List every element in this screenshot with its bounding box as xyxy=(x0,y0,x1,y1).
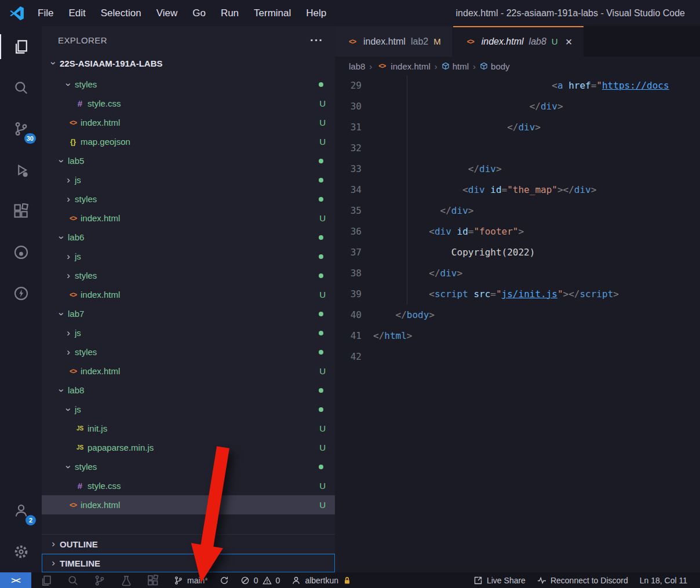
account-item[interactable]: albertkun xyxy=(286,572,358,588)
code-line-37[interactable]: 37 Copyright(2022) xyxy=(335,242,700,263)
discord-reconnect-item[interactable]: Reconnect to Discord xyxy=(531,572,634,588)
remote-indicator[interactable]: >< xyxy=(0,572,31,588)
cursor-position-item[interactable]: Ln 18, Col 11 xyxy=(634,572,693,588)
tree-item-js[interactable]: ›js xyxy=(42,400,335,419)
tree-item-index.html[interactable]: <>index.htmlU xyxy=(42,495,335,514)
code-line-29[interactable]: 29 <a href="https://docs xyxy=(335,75,700,96)
tree-item-map.geojson[interactable]: {}map.geojsonU xyxy=(42,132,335,151)
tree-item-index.html[interactable]: <>index.htmlU xyxy=(42,113,335,132)
problems-item[interactable]: 0 0 xyxy=(235,572,286,588)
tree-item-index.html[interactable]: <>index.htmlU xyxy=(42,285,335,304)
git-branch-icon xyxy=(174,576,183,585)
symbol-cube-icon xyxy=(442,62,450,70)
tree-item-label: style.css xyxy=(88,481,121,491)
tree-item-js[interactable]: ›js xyxy=(42,247,335,266)
explorer-icon[interactable] xyxy=(0,26,42,67)
code-line-36[interactable]: 36 <div id="footer"> xyxy=(335,221,700,242)
code-line-41[interactable]: 41</html> xyxy=(335,326,700,346)
accounts-icon[interactable]: 2 xyxy=(0,490,42,531)
git-changes-dot xyxy=(319,254,323,259)
workspace-section-header[interactable]: › 22S-ASIAAM-191A-LABS xyxy=(42,54,335,72)
source-control-icon[interactable]: 30 xyxy=(0,108,42,149)
run-debug-icon[interactable] xyxy=(0,149,42,191)
tree-item-style.css[interactable]: #style.cssU xyxy=(42,476,335,495)
more-actions-icon[interactable]: ··· xyxy=(310,34,323,47)
settings-gear-icon[interactable] xyxy=(0,531,42,572)
github-icon[interactable] xyxy=(0,232,42,273)
code-line-35[interactable]: 35 </div> xyxy=(335,200,700,221)
code-line-31[interactable]: 31 </div> xyxy=(335,117,700,138)
tree-item-label: js xyxy=(75,328,81,338)
tree-item-styles[interactable]: ›styles xyxy=(42,266,335,285)
line-number: 29 xyxy=(335,75,362,96)
code-line-32[interactable]: 32 xyxy=(335,138,700,159)
sync-button[interactable] xyxy=(214,572,235,588)
code-line-39[interactable]: 39 <script src="js/init.js"></script> xyxy=(335,284,700,305)
line-number: 30 xyxy=(335,96,362,117)
chevron-right-icon: › xyxy=(64,270,73,282)
tree-item-init.js[interactable]: JSinit.jsU xyxy=(42,419,335,438)
editor-group: <> index.html lab2 M <> index.html lab8 … xyxy=(335,26,700,572)
tree-item-js[interactable]: ›js xyxy=(42,170,335,189)
close-icon[interactable]: × xyxy=(566,36,573,48)
breadcrumb-folder[interactable]: lab8 xyxy=(349,61,365,71)
live-share-item[interactable]: Live Share xyxy=(468,572,531,588)
live-share-icon xyxy=(473,576,483,585)
tree-item-styles[interactable]: ›styles xyxy=(42,342,335,361)
menu-terminal[interactable]: Terminal xyxy=(246,0,298,26)
tree-item-lab8[interactable]: ›lab8 xyxy=(42,381,335,400)
code-text: <a href="https://docs xyxy=(362,75,669,96)
code-line-33[interactable]: 33 </div> xyxy=(335,159,700,180)
file-tree: ›styles#style.cssU<>index.htmlU{}map.geo… xyxy=(42,72,335,534)
extensions-icon[interactable] xyxy=(147,575,159,586)
tree-item-label: index.html xyxy=(81,213,120,223)
timeline-panel-header[interactable]: › TIMELINE xyxy=(42,553,335,572)
code-line-40[interactable]: 40 </body> xyxy=(335,305,700,326)
git-branch-icon[interactable] xyxy=(94,575,105,586)
tree-item-js[interactable]: ›js xyxy=(42,323,335,342)
line-number: 32 xyxy=(335,138,362,159)
tree-item-lab7[interactable]: ›lab7 xyxy=(42,304,335,323)
menu-selection[interactable]: Selection xyxy=(93,0,149,26)
git-branch-item[interactable]: main* xyxy=(168,572,214,588)
code-editor[interactable]: 29 <a href="https://docs30 </div>31 </di… xyxy=(335,75,700,572)
tab-index-html-lab8[interactable]: <> index.html lab8 U × xyxy=(453,26,585,57)
tree-item-index.html[interactable]: <>index.htmlU xyxy=(42,209,335,228)
tree-item-styles[interactable]: ›styles xyxy=(42,457,335,476)
menu-edit[interactable]: Edit xyxy=(61,0,93,26)
html-file-icon: <> xyxy=(376,62,388,70)
menu-view[interactable]: View xyxy=(149,0,185,26)
search-icon[interactable] xyxy=(67,575,79,586)
tree-item-styles[interactable]: ›styles xyxy=(42,189,335,209)
tab-index-html-lab2[interactable]: <> index.html lab2 M xyxy=(335,26,453,57)
tree-item-styles[interactable]: ›styles xyxy=(42,75,335,94)
menu-file[interactable]: File xyxy=(30,0,61,26)
breadcrumb-symbol-body[interactable]: body xyxy=(480,61,510,71)
code-text: <script src="js/init.js"></script> xyxy=(362,284,619,305)
window-title: index.html - 22s-asiaam-191a-labs - Visu… xyxy=(456,8,700,19)
tree-item-lab5[interactable]: ›lab5 xyxy=(42,151,335,170)
code-text: </div> xyxy=(362,159,502,180)
menu-help[interactable]: Help xyxy=(298,0,334,26)
code-line-38[interactable]: 38 </div> xyxy=(335,263,700,284)
code-line-34[interactable]: 34 <div id="the_map"></div> xyxy=(335,180,700,200)
menu-go[interactable]: Go xyxy=(185,0,213,26)
lightning-icon[interactable] xyxy=(0,273,42,314)
tree-item-papaparse.min.js[interactable]: JSpapaparse.min.jsU xyxy=(42,438,335,457)
tree-item-lab6[interactable]: ›lab6 xyxy=(42,228,335,247)
tree-item-style.css[interactable]: #style.cssU xyxy=(42,94,335,113)
beaker-icon[interactable] xyxy=(121,575,132,586)
files-icon[interactable] xyxy=(41,575,52,586)
search-icon[interactable] xyxy=(0,67,42,108)
menu-run[interactable]: Run xyxy=(213,0,246,26)
tree-item-index.html[interactable]: <>index.htmlU xyxy=(42,361,335,381)
indent-guide xyxy=(407,75,407,305)
breadcrumb-symbol-html[interactable]: html xyxy=(442,61,469,71)
outline-panel-header[interactable]: › OUTLINE xyxy=(42,534,335,553)
menu-bar: File Edit Selection View Go Run Terminal… xyxy=(30,0,334,26)
code-line-30[interactable]: 30 </div> xyxy=(335,96,700,117)
extensions-icon[interactable] xyxy=(0,191,42,232)
breadcrumb-file[interactable]: <> index.html xyxy=(376,61,430,71)
code-text: </div> xyxy=(362,263,462,284)
code-line-42[interactable]: 42 xyxy=(335,346,700,367)
